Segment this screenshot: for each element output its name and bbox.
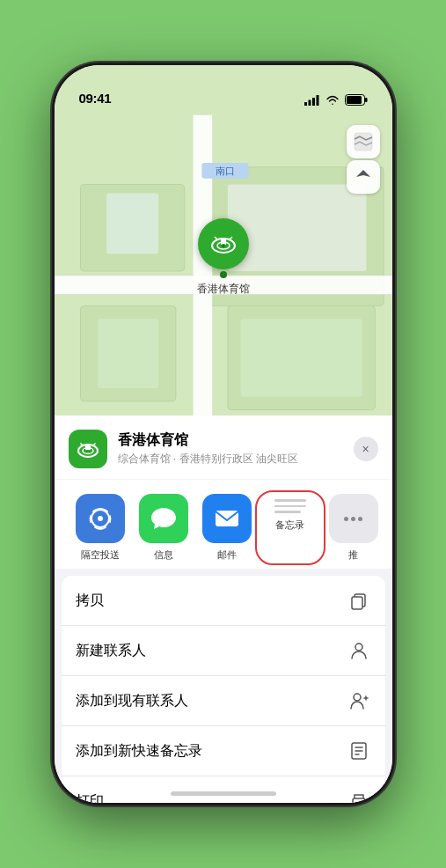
status-icons: [304, 94, 368, 106]
action-add-existing-label: 添加到现有联系人: [76, 692, 188, 710]
venue-info: 香港体育馆 综合体育馆 · 香港特别行政区 油尖旺区: [118, 431, 343, 467]
svg-rect-2: [312, 98, 315, 106]
share-item-more[interactable]: 推: [322, 494, 385, 562]
stadium-icon: [208, 229, 238, 259]
svg-rect-5: [365, 98, 368, 102]
svg-point-38: [355, 644, 362, 651]
venue-subtitle: 综合体育馆 · 香港特别行政区 油尖旺区: [118, 452, 343, 467]
svg-rect-3: [316, 95, 318, 106]
messages-svg: [149, 504, 179, 533]
share-item-airdrop[interactable]: 隔空投送: [69, 494, 132, 562]
svg-rect-35: [216, 511, 238, 526]
svg-line-32: [93, 444, 96, 446]
share-item-mail[interactable]: 邮件: [195, 494, 259, 562]
svg-rect-16: [98, 319, 158, 388]
action-print-label: 打印: [76, 792, 104, 804]
notes-label: 备忘录: [275, 519, 304, 532]
svg-rect-1: [308, 99, 311, 106]
action-copy[interactable]: 拷贝: [62, 576, 385, 626]
print-icon: [347, 789, 371, 803]
svg-line-31: [80, 444, 83, 446]
venue-icon-img: [76, 437, 100, 461]
svg-text:南口: 南口: [215, 166, 234, 176]
airdrop-svg: [86, 504, 114, 533]
svg-rect-0: [304, 102, 307, 106]
svg-rect-37: [352, 597, 362, 609]
action-print[interactable]: 打印: [62, 776, 385, 803]
close-button[interactable]: ×: [354, 437, 378, 461]
copy-icon: [347, 588, 371, 613]
signal-icon: [304, 95, 320, 106]
copy-svg: [349, 591, 369, 610]
share-row: 隔空投送 信息: [55, 480, 392, 569]
map-type-icon: [354, 132, 373, 151]
notes-icon: [274, 494, 306, 513]
action-list: 拷贝 新建联系人: [62, 576, 385, 803]
more-icon: [329, 494, 378, 543]
action-copy-label: 拷贝: [76, 592, 104, 610]
mail-label: 邮件: [217, 548, 237, 562]
airdrop-label: 隔空投送: [81, 548, 120, 562]
sheet-header: 香港体育馆 综合体育馆 · 香港特别行政区 油尖旺区 ×: [55, 416, 392, 479]
notes-line-2: [274, 505, 306, 508]
airdrop-icon: [76, 494, 125, 543]
svg-rect-18: [240, 319, 362, 397]
action-add-notes-label: 添加到新快速备忘录: [76, 742, 202, 761]
action-new-contact-label: 新建联系人: [76, 642, 146, 660]
map-controls: [347, 125, 380, 194]
messages-icon: [139, 494, 188, 543]
notes-lines: [274, 499, 306, 513]
map-type-button[interactable]: [347, 125, 380, 158]
svg-point-39: [354, 694, 361, 701]
svg-point-27: [222, 244, 225, 247]
svg-line-26: [230, 237, 232, 239]
poi-icon: [198, 218, 249, 269]
poi-label: 香港体育馆: [197, 282, 250, 297]
messages-label: 信息: [154, 548, 173, 562]
notes-line-3: [274, 511, 301, 513]
svg-rect-30: [85, 444, 91, 450]
status-time: 09:41: [79, 91, 112, 106]
svg-rect-9: [106, 193, 158, 254]
venue-name: 香港体育馆: [118, 431, 343, 450]
share-item-notes[interactable]: 备忘录: [259, 494, 322, 562]
person-svg: [349, 641, 369, 660]
mail-svg: [212, 504, 242, 533]
home-indicator: [171, 791, 276, 796]
action-add-notes[interactable]: 添加到新快速备忘录: [62, 726, 385, 776]
svg-line-25: [215, 237, 217, 239]
phone-frame: 09:41: [52, 63, 395, 805]
notes-add-svg: [349, 741, 369, 761]
more-label: 推: [348, 548, 358, 562]
add-notes-icon: [347, 739, 371, 763]
svg-rect-24: [221, 238, 226, 245]
print-svg: [349, 791, 369, 803]
poi-dot: [220, 271, 227, 278]
location-button[interactable]: [347, 160, 380, 194]
svg-rect-21: [355, 133, 372, 151]
svg-rect-6: [347, 96, 362, 104]
notes-line-1: [274, 499, 306, 502]
share-item-messages[interactable]: 信息: [132, 494, 195, 562]
map-area[interactable]: 南口: [55, 113, 392, 430]
wifi-icon: [325, 95, 340, 106]
action-add-existing[interactable]: 添加到现有联系人: [62, 676, 385, 726]
bottom-sheet: 香港体育馆 综合体育馆 · 香港特别行政区 油尖旺区 ×: [55, 416, 392, 803]
phone-screen: 09:41: [55, 65, 392, 803]
venue-icon: [69, 430, 107, 468]
location-arrow-icon: [355, 169, 371, 185]
status-bar: 09:41: [55, 65, 392, 113]
add-existing-icon: [347, 688, 371, 713]
svg-point-34: [98, 516, 103, 521]
action-new-contact[interactable]: 新建联系人: [62, 626, 385, 676]
svg-point-48: [362, 800, 364, 802]
mail-icon: [202, 494, 252, 543]
new-contact-icon: [347, 638, 371, 663]
battery-icon: [345, 94, 368, 106]
poi-marker: 香港体育馆: [197, 218, 250, 297]
person-add-svg: [349, 691, 369, 710]
